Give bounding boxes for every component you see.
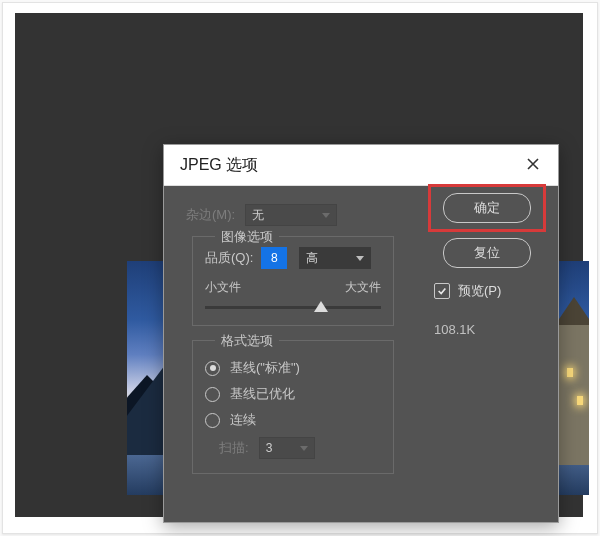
matte-value: 无 (252, 207, 264, 224)
format-option-label: 基线("标准") (230, 359, 300, 377)
reset-button[interactable]: 复位 (443, 238, 531, 268)
quality-preset-value: 高 (306, 250, 318, 267)
radio-icon (205, 387, 220, 402)
matte-label: 杂边(M): (186, 206, 235, 224)
quality-label: 品质(Q): (205, 249, 253, 267)
format-option-progressive[interactable]: 连续 (205, 411, 381, 429)
scans-spinner: 3 (259, 437, 315, 459)
format-option-baseline-optimized[interactable]: 基线已优化 (205, 385, 381, 403)
format-option-baseline-standard[interactable]: 基线("标准") (205, 359, 381, 377)
format-option-label: 连续 (230, 411, 256, 429)
slider-max-label: 大文件 (345, 279, 381, 296)
chevron-down-icon (300, 446, 308, 451)
quality-value-input[interactable]: 8 (261, 247, 287, 269)
image-options-fieldset: 图像选项 品质(Q): 8 高 小文件 (192, 236, 394, 326)
format-options-fieldset: 格式选项 基线("标准") 基线已优化 连续 扫描: (192, 340, 394, 474)
radio-icon (205, 413, 220, 428)
preview-label: 预览(P) (458, 282, 501, 300)
reset-label: 复位 (474, 244, 500, 262)
quality-value: 8 (271, 251, 278, 265)
format-option-label: 基线已优化 (230, 385, 295, 403)
preview-checkbox-row[interactable]: 预览(P) (434, 282, 501, 300)
canvas-area: JPEG 选项 杂边(M): 无 图 (15, 13, 583, 517)
matte-combo: 无 (245, 204, 337, 226)
slider-thumb[interactable] (314, 301, 328, 312)
jpeg-options-dialog: JPEG 选项 杂边(M): 无 图 (163, 144, 559, 523)
quality-preset-combo[interactable]: 高 (299, 247, 371, 269)
dialog-body: 杂边(M): 无 图像选项 品质(Q): 8 高 (164, 186, 558, 522)
dialog-title: JPEG 选项 (180, 155, 516, 176)
dialog-titlebar[interactable]: JPEG 选项 (164, 145, 558, 186)
slider-track[interactable] (205, 306, 381, 309)
close-button[interactable] (516, 148, 550, 182)
scans-value: 3 (266, 441, 273, 455)
file-size-readout: 108.1K (434, 322, 475, 337)
preview-checkbox[interactable] (434, 283, 450, 299)
slider-min-label: 小文件 (205, 279, 241, 296)
check-icon (437, 286, 447, 296)
dialog-buttons-column: 确定 复位 预览(P) 108.1K (428, 184, 546, 337)
ok-button[interactable]: 确定 (443, 193, 531, 223)
app-window: JPEG 选项 杂边(M): 无 图 (2, 2, 598, 534)
format-options-legend: 格式选项 (215, 332, 279, 350)
chevron-down-icon (322, 213, 330, 218)
quality-slider[interactable]: 小文件 大文件 (205, 279, 381, 311)
chevron-down-icon (356, 256, 364, 261)
image-options-legend: 图像选项 (215, 228, 279, 246)
ok-button-highlight: 确定 (428, 184, 546, 232)
close-icon (526, 155, 540, 176)
scans-label: 扫描: (219, 439, 249, 457)
ok-label: 确定 (474, 199, 500, 217)
radio-icon (205, 361, 220, 376)
